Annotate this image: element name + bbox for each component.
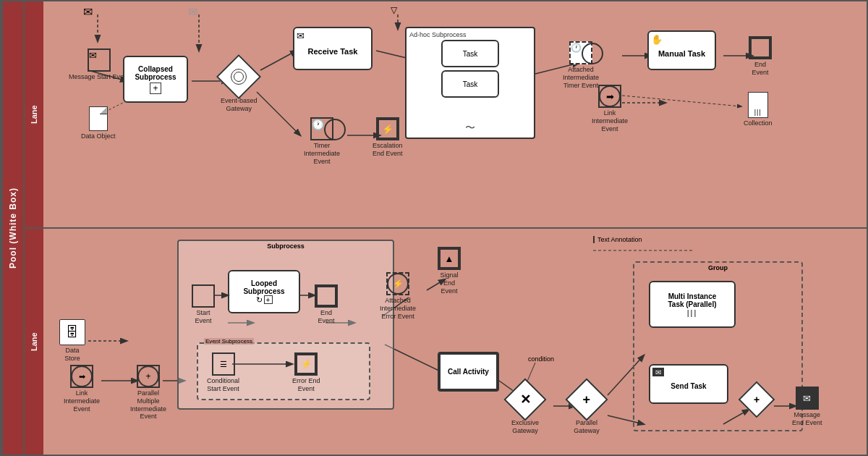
final-parallel-gateway[interactable]: + [744, 387, 770, 413]
link-intermediate-event-top: ➡ LinkIntermediateEvent [592, 85, 628, 132]
svg-line-14 [622, 96, 741, 106]
top-lane-label: Lane [23, 1, 43, 227]
data-store: 🗄 DataStore [59, 319, 85, 363]
msg-flow-icon-1: ✉ [83, 5, 93, 19]
adhoc-subprocess[interactable]: Ad-hoc Subprocess Task Task 〜 [405, 27, 535, 139]
start-event-inner: StartEvent [192, 284, 215, 325]
condition-label: condition [528, 355, 554, 363]
svg-line-2 [260, 51, 297, 70]
attached-timer-event: 🕐 AttachedIntermediateTimer Event [563, 41, 599, 89]
link-intermediate-event-bottom: ➡ LinkIntermediateEvent [64, 365, 100, 413]
msg-flow-arrow-top: ▽ [391, 5, 397, 15]
data-object: Data Object [81, 106, 116, 140]
exclusive-gateway-bottom[interactable]: ✕ ExclusiveGateway [510, 384, 540, 435]
bottom-lane: Lane [23, 229, 867, 455]
conditional-start-event: ☰ ConditionalStart Event [207, 352, 239, 393]
event-based-gateway[interactable]: Event-basedGateway [221, 61, 258, 113]
receive-task[interactable]: ✉ Receive Task [293, 27, 373, 70]
manual-task[interactable]: ✋ Manual Task [647, 30, 716, 70]
parallel-multiple-intermediate: + ParallelMultipleIntermediateEvent [130, 365, 166, 421]
timer-intermediate-event: 🕐 TimerIntermediateEvent [304, 117, 340, 165]
end-event-top: EndEvent [749, 36, 772, 77]
bottom-lane-content: Text Annotation 🗄 DataStore ➡ LinkInterm… [43, 229, 867, 455]
top-lane: Lane [23, 1, 867, 229]
bottom-lane-label: Lane [23, 229, 43, 455]
message-end-event: ✉ MessageEnd Event [792, 387, 822, 427]
msg-flow-icon-2: ✉ [188, 5, 197, 19]
multi-instance-task[interactable]: Multi InstanceTask (Parallel) ||| [649, 281, 736, 328]
pool-label: Pool (White Box) [1, 1, 23, 455]
collection: ||| Collection [744, 92, 773, 127]
svg-line-3 [257, 92, 300, 135]
text-annotation: Text Annotation [593, 236, 642, 243]
escalation-end-event: ⚡ EscalationEnd Event [373, 117, 403, 158]
looped-subprocess[interactable]: LoopedSubprocess ↻ + [228, 270, 300, 313]
error-end-event: ⚡ Error EndEvent [292, 352, 320, 393]
event-subprocess-title: Event Subprocess [204, 338, 254, 345]
message-start-event: ✉ Message Start Event [69, 48, 129, 81]
parallel-gateway-bottom[interactable]: + ParallelGateway [571, 384, 602, 435]
end-event-inner: EndEvent [315, 284, 338, 325]
collapsed-subprocess[interactable]: CollapsedSubprocess + [123, 56, 188, 103]
attached-error-event: ⚡ AttachedIntermediateError Event [380, 272, 416, 320]
subprocess-title: Subprocess [267, 242, 305, 250]
pool-container: Pool (White Box) Lane [0, 0, 868, 456]
signal-end-event: ▲ SignalEndEvent [438, 247, 461, 295]
call-activity[interactable]: Call Activity [438, 352, 499, 392]
event-subprocess-container: Event Subprocess ☰ ConditionalStart Even… [197, 342, 370, 400]
top-lane-content: ✉ ✉ ▽ ✉ Message Start Event Data Object [43, 1, 867, 227]
send-task[interactable]: ✉ Send Task [649, 364, 728, 404]
group-label: Group [708, 264, 728, 271]
group-container: Group Multi InstanceTask (Parallel) ||| … [633, 261, 803, 431]
subprocess-container: Subprocess StartEvent LoopedSubprocess ↻… [177, 240, 394, 410]
pool-content: Lane [23, 1, 867, 455]
